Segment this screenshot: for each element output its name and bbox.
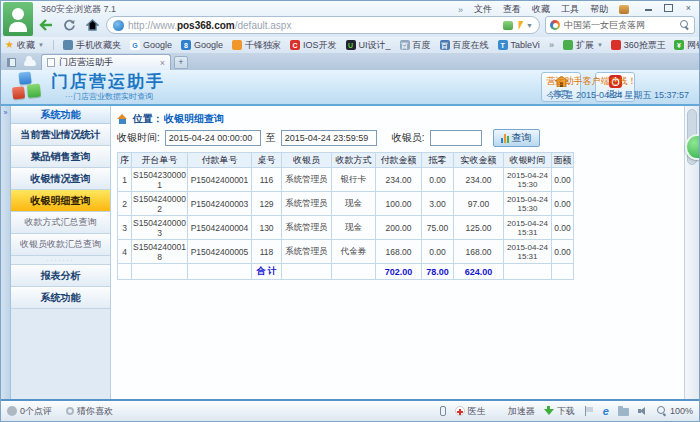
statusbar-item[interactable]: 加速器: [495, 405, 535, 418]
sidebar-item[interactable]: 菜品销售查询: [11, 146, 110, 168]
sidebar-item[interactable]: 收款方式汇总查询: [11, 212, 110, 234]
table-cell: 4: [118, 240, 132, 264]
table-cell: 0.00: [552, 192, 574, 216]
table-cell: P15042400003: [188, 192, 252, 216]
bookmark-item[interactable]: 扩展▼: [563, 39, 603, 52]
bookmark-item[interactable]: 手机收藏夹: [63, 39, 121, 52]
statusbar-item[interactable]: [440, 406, 446, 416]
folder-icon: [618, 408, 629, 416]
search-icon[interactable]: [680, 20, 690, 30]
table-cell: 3.00: [422, 192, 454, 216]
browser-logo-icon[interactable]: [3, 2, 33, 36]
sidebar-item[interactable]: 收银明细查询: [11, 190, 110, 212]
bookmark-item[interactable]: 千锋独家: [232, 39, 281, 52]
bookmark-item[interactable]: ¥网银▼: [674, 39, 699, 52]
table-cell: 0.00: [552, 216, 574, 240]
table-cell: 2: [118, 192, 132, 216]
new-tab-button[interactable]: +: [174, 56, 188, 69]
minimize-button[interactable]: [642, 2, 655, 13]
column-header[interactable]: 面额: [552, 153, 574, 168]
close-button[interactable]: ×: [682, 2, 695, 13]
restore-button[interactable]: [662, 2, 675, 13]
bookmark-label: 收藏: [17, 39, 35, 52]
table-cell: 3: [118, 216, 132, 240]
column-header[interactable]: 收银时间: [504, 153, 552, 168]
cloud-sync-icon[interactable]: [22, 55, 38, 69]
search-box[interactable]: 中国第一女巨贪落网: [545, 16, 695, 34]
ticket-icon: [611, 40, 621, 50]
bookmark-item[interactable]: ★收藏▼: [5, 39, 44, 52]
table-cell: 0.00: [422, 240, 454, 264]
table-cell: 234.00: [376, 168, 422, 192]
statusbar-item[interactable]: 猜你喜欢: [66, 405, 113, 418]
statusbar-item[interactable]: e: [603, 406, 609, 416]
sidebar-item[interactable]: 报表分析: [11, 265, 110, 287]
bookmark-item[interactable]: TTableVi: [498, 40, 540, 50]
compat-mode-icon[interactable]: [503, 21, 513, 30]
menu-overflow-chevron-icon[interactable]: »: [458, 5, 463, 15]
bookmark-label: TableVi: [511, 40, 540, 50]
table-row[interactable]: 4S15042400018P15042400005118系统管理员代金券168.…: [118, 240, 574, 264]
chevron-down-icon[interactable]: ▼: [526, 22, 533, 29]
total-label: 合 计: [252, 264, 282, 280]
statusbar-item[interactable]: [584, 406, 594, 416]
statusbar-label: 0个点评: [20, 405, 52, 418]
sidebar-item[interactable]: 当前营业情况统计: [11, 124, 110, 146]
column-header[interactable]: 收银员: [282, 153, 332, 168]
table-row[interactable]: 3S15042400003P15042400004130系统管理员现金200.0…: [118, 216, 574, 240]
sidebar-item[interactable]: 系统功能: [11, 287, 110, 309]
bookmark-item[interactable]: GGoogle: [130, 40, 172, 50]
column-header[interactable]: 付款单号: [188, 153, 252, 168]
bookmark-item[interactable]: CIOS开发: [290, 39, 337, 52]
refresh-button[interactable]: [60, 16, 78, 34]
column-header[interactable]: 序: [118, 153, 132, 168]
bookmark-item[interactable]: UUI设计_: [346, 39, 391, 52]
cashier-input[interactable]: [430, 130, 482, 146]
statusbar-item[interactable]: 100%: [657, 406, 693, 416]
column-header[interactable]: 付款金额: [376, 153, 422, 168]
time-to-input[interactable]: [281, 130, 377, 146]
tab-store-assistant[interactable]: 门店营运助手 ×: [41, 54, 171, 70]
statusbar-item[interactable]: 0个点评: [7, 405, 52, 418]
column-header[interactable]: 收款方式: [332, 153, 376, 168]
table-row[interactable]: 1S15042300001P15042400001116系统管理员银行卡234.…: [118, 168, 574, 192]
bookmark-label: 百度在线: [453, 39, 489, 52]
statusbar-item[interactable]: 下载: [544, 405, 575, 418]
column-header[interactable]: 实收金额: [454, 153, 504, 168]
bookmark-item[interactable]: 360抢票王: [611, 39, 666, 52]
tab-close-icon[interactable]: ×: [160, 58, 165, 68]
table-cell: 系统管理员: [282, 192, 332, 216]
statusbar-item[interactable]: [618, 406, 629, 416]
back-button[interactable]: [37, 16, 55, 34]
column-header[interactable]: 开台单号: [132, 153, 188, 168]
bookmark-item[interactable]: 百百度在线: [440, 39, 489, 52]
search-engine-icon[interactable]: [550, 20, 560, 30]
skin-icon[interactable]: [619, 5, 629, 14]
search-input[interactable]: 中国第一女巨贪落网: [564, 19, 676, 32]
table-cell: 2015-04-24 15:31: [504, 216, 552, 240]
home-button[interactable]: [83, 16, 101, 34]
statusbar-item[interactable]: 医生: [455, 405, 486, 418]
address-bar[interactable]: http://www.pos368.com/default.aspx ▼: [106, 16, 540, 34]
location-home-icon: [117, 114, 128, 124]
table-cell: 系统管理员: [282, 240, 332, 264]
time-from-input[interactable]: [165, 130, 261, 146]
table-row[interactable]: 2S15042400002P15042400003129系统管理员现金100.0…: [118, 192, 574, 216]
sidebar-header[interactable]: 系统功能: [11, 106, 110, 124]
sidebar-item[interactable]: 收银员收款汇总查询: [11, 234, 110, 256]
bookmark-label: UI设计_: [359, 39, 391, 52]
panel-toggle-icon[interactable]: [3, 55, 19, 69]
bookmarks-overflow-icon[interactable]: »: [549, 40, 554, 50]
sidebar-item[interactable]: 收银情况查询: [11, 168, 110, 190]
speed-mode-icon[interactable]: [516, 21, 524, 30]
online-status-text: 营运助手客户端在线！: [546, 74, 689, 88]
column-header[interactable]: 抵零: [422, 153, 454, 168]
statusbar-item[interactable]: [638, 406, 648, 416]
sidebar-collapse-strip[interactable]: »: [1, 106, 11, 399]
bookmark-item[interactable]: 百百度: [400, 39, 431, 52]
column-header[interactable]: 桌号: [252, 153, 282, 168]
breadcrumb-label: 位置：: [133, 112, 163, 126]
bookmark-item[interactable]: 8Google: [181, 40, 223, 50]
query-button[interactable]: 查询: [493, 129, 540, 147]
table-cell: 系统管理员: [282, 216, 332, 240]
